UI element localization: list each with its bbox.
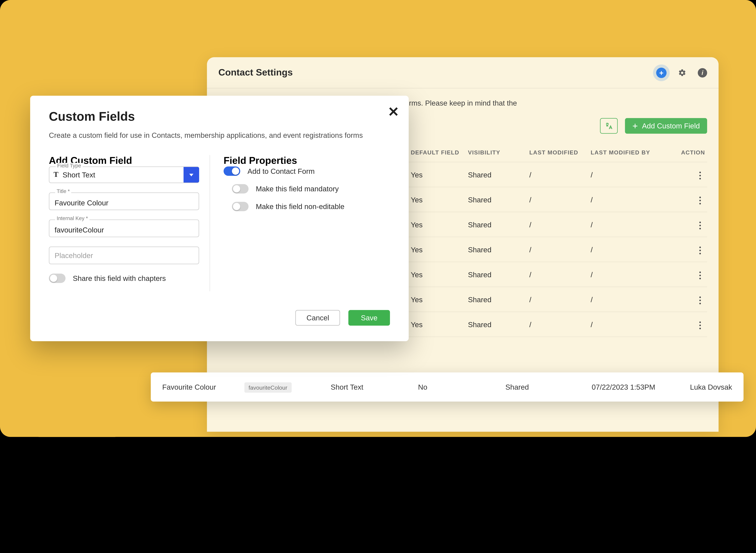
cell-action [665, 166, 707, 182]
internal-key-label: Internal Key * [55, 215, 89, 221]
cell-visibility: Shared [468, 195, 529, 204]
hr-default: No [418, 383, 505, 391]
share-toggle-row: Share this field with chapters [49, 273, 199, 283]
cell-action [665, 241, 707, 258]
hr-chip-wrap: favouriteColour [244, 383, 331, 391]
title-field-wrap: Title * [49, 192, 199, 210]
modal-subtitle: Create a custom field for use in Contact… [49, 131, 390, 140]
modal-right-column: Field Properties Add to Contact Form Mak… [210, 155, 390, 291]
cell-default: Yes [411, 320, 468, 328]
field-type-dropdown-button[interactable] [183, 167, 199, 182]
cell-visibility: Shared [468, 270, 529, 279]
panel-header: Contact Settings + i [207, 57, 719, 88]
cell-last-modified: / [529, 220, 591, 229]
cell-visibility: Shared [468, 220, 529, 229]
cell-last-modified-by: / [591, 220, 664, 229]
add-to-contact-toggle[interactable] [224, 166, 240, 176]
add-to-contact-row: Add to Contact Form [224, 166, 390, 176]
cell-last-modified: / [529, 195, 591, 204]
cell-visibility: Shared [468, 245, 529, 253]
cell-last-modified-by: / [591, 195, 664, 204]
add-icon[interactable]: + [656, 67, 667, 78]
kebab-icon[interactable] [696, 193, 704, 208]
kebab-icon[interactable] [696, 243, 704, 257]
cancel-button[interactable]: Cancel [296, 310, 340, 326]
noneditable-row: Make this field non-editable [224, 202, 390, 211]
kebab-icon[interactable] [696, 318, 704, 332]
col-last-modified: LAST MODIFIED [529, 149, 591, 156]
field-type-value: Short Text [63, 171, 95, 179]
close-icon[interactable]: ✕ [388, 104, 399, 120]
field-type-label: Field Type [56, 163, 83, 168]
kebab-icon[interactable] [696, 218, 704, 233]
share-toggle[interactable] [49, 273, 66, 283]
chevron-down-icon [189, 173, 193, 176]
cell-last-modified-by: / [591, 295, 664, 304]
cell-last-modified: / [529, 170, 591, 179]
kebab-icon[interactable] [696, 168, 704, 182]
cell-action [665, 217, 707, 233]
field-type-select[interactable]: Field Type T Short Text [49, 166, 199, 183]
noneditable-toggle[interactable] [232, 202, 249, 211]
cell-default: Yes [411, 295, 468, 304]
mandatory-label: Make this field mandatory [256, 185, 339, 193]
cell-visibility: Shared [468, 320, 529, 328]
title-input[interactable] [49, 192, 199, 210]
kebab-icon[interactable] [696, 268, 704, 283]
cell-last-modified: / [529, 295, 591, 304]
internal-key-field-wrap: Internal Key * [49, 220, 199, 237]
placeholder-field-wrap [49, 247, 199, 264]
cell-visibility: Shared [468, 170, 529, 179]
hr-title: Favourite Colour [162, 383, 244, 391]
modal-title: Custom Fields [49, 109, 390, 124]
internal-key-input[interactable] [49, 220, 199, 237]
placeholder-input[interactable] [49, 247, 199, 264]
cell-default: Yes [411, 270, 468, 279]
hr-type: Short Text [331, 383, 418, 391]
hr-visibility: Shared [505, 383, 592, 391]
add-to-contact-label: Add to Contact Form [248, 167, 315, 175]
info-icon[interactable]: i [698, 68, 707, 77]
modal-left-column: Add Custom Field Field Type T Short Text… [49, 155, 210, 291]
mandatory-row: Make this field mandatory [224, 184, 390, 193]
cell-action [665, 291, 707, 308]
gear-icon[interactable] [678, 68, 686, 77]
hr-internal-key-chip: favouriteColour [244, 382, 291, 393]
cell-default: Yes [411, 220, 468, 229]
col-visibility: VISIBILITY [468, 149, 529, 156]
col-last-modified-by: LAST MODIFIED BY [591, 149, 664, 156]
hr-last-modified: 07/22/2023 1:53PM [592, 383, 669, 391]
col-action: ACTION [665, 149, 707, 156]
plus-icon: + [632, 121, 638, 131]
panel-actions: + i [656, 67, 707, 78]
noneditable-label: Make this field non-editable [256, 203, 344, 211]
modal-columns: Add Custom Field Field Type T Short Text… [49, 155, 390, 291]
save-button[interactable]: Save [348, 310, 390, 326]
cell-last-modified: / [529, 270, 591, 279]
highlight-row: Favourite Colour favouriteColour Short T… [151, 372, 744, 402]
cell-last-modified: / [529, 320, 591, 328]
right-heading: Field Properties [224, 155, 390, 166]
cell-default: Yes [411, 195, 468, 204]
field-type-body: T Short Text [50, 171, 183, 179]
mandatory-toggle[interactable] [232, 184, 249, 193]
stage: Contact Settings + i ns, and membership … [0, 0, 756, 437]
title-label: Title * [55, 188, 71, 194]
cell-default: Yes [411, 170, 468, 179]
hr-last-modified-by: Luka Dovsak [669, 383, 732, 391]
cell-action [665, 191, 707, 208]
cell-visibility: Shared [468, 295, 529, 304]
cell-last-modified-by: / [591, 320, 664, 328]
cell-action [665, 266, 707, 283]
cell-last-modified: / [529, 245, 591, 253]
modal-actions: Cancel Save [49, 310, 390, 326]
cell-default: Yes [411, 245, 468, 253]
share-label: Share this field with chapters [73, 274, 166, 283]
translate-icon[interactable] [600, 118, 618, 134]
col-default: DEFAULT FIELD [411, 149, 468, 156]
add-custom-field-label: Add Custom Field [642, 122, 700, 130]
kebab-icon[interactable] [696, 293, 704, 307]
cell-last-modified-by: / [591, 245, 664, 253]
panel-title: Contact Settings [218, 67, 656, 78]
add-custom-field-button[interactable]: + Add Custom Field [625, 118, 707, 134]
